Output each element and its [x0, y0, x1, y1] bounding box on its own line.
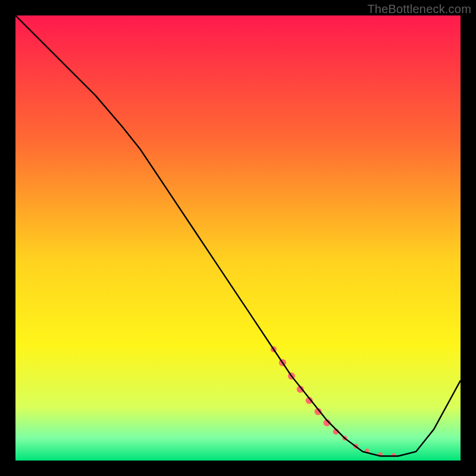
attribution-text: TheBottleneck.com: [367, 2, 471, 16]
chart-svg: [15, 15, 461, 461]
chart-plot: [15, 15, 461, 461]
chart-stage: TheBottleneck.com: [0, 0, 476, 476]
